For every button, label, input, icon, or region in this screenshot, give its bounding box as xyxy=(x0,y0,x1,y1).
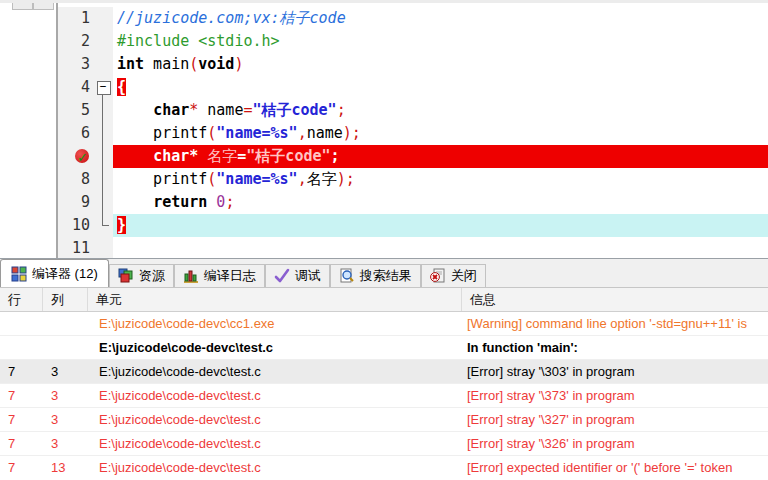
tab-debug[interactable]: 调试 xyxy=(265,264,330,287)
cell-col: 3 xyxy=(43,364,88,379)
column-header-col: 列 xyxy=(43,288,88,311)
cell-unit: E:\juzicode\code-devc\test.c xyxy=(88,340,462,355)
code-text[interactable]: printf("name=%s",name); xyxy=(113,122,768,145)
cell-msg: [Warning] command line option '-std=gnu+… xyxy=(462,316,768,331)
cell-col: 3 xyxy=(43,412,88,427)
tab-resources[interactable]: 资源 xyxy=(109,264,174,287)
cell-line: 7 xyxy=(0,412,43,427)
tab-label: 资源 xyxy=(139,267,165,285)
code-text[interactable]: { xyxy=(113,76,768,99)
fold-margin xyxy=(95,99,113,122)
code-text[interactable] xyxy=(113,237,768,258)
fold-margin xyxy=(95,237,113,258)
cell-unit: E:\juzicode\code-devc\test.c xyxy=(88,436,462,451)
tab-label: 搜索结果 xyxy=(360,267,412,285)
code-text[interactable]: //juzicode.com;vx:桔子code xyxy=(113,7,768,30)
cell-unit: E:\juzicode\code-devc\cc1.exe xyxy=(88,316,462,331)
project-tab-stub[interactable] xyxy=(12,3,33,10)
cell-msg: [Error] expected identifier or '(' befor… xyxy=(462,460,768,475)
tab-compiler[interactable]: 编译器 (12) xyxy=(0,259,109,287)
tab-label: 编译日志 xyxy=(204,267,256,285)
gutter-line-number[interactable]: 9 xyxy=(58,191,95,214)
gutter-line-number[interactable]: 3 xyxy=(58,53,95,76)
code-line-6[interactable]: 6 printf("name=%s",name); xyxy=(58,122,768,145)
fold-margin xyxy=(95,191,113,214)
search-doc-icon xyxy=(339,268,355,284)
gutter-line-number[interactable]: 10 xyxy=(58,214,95,237)
cell-msg: In function 'main': xyxy=(462,340,768,355)
result-row[interactable]: 73E:\juzicode\code-devc\test.c[Error] st… xyxy=(0,432,768,456)
fold-collapse-icon[interactable] xyxy=(95,76,113,99)
cell-line: 7 xyxy=(0,436,43,451)
result-row[interactable]: E:\juzicode\code-devc\cc1.exe[Warning] c… xyxy=(0,312,768,336)
close-doc-icon xyxy=(430,268,446,284)
fold-margin xyxy=(95,122,113,145)
code-text[interactable]: char* name="桔子code"; xyxy=(113,99,768,122)
gutter-line-number[interactable]: ✓ xyxy=(58,145,95,168)
code-line-4[interactable]: 4{ xyxy=(58,76,768,99)
result-row[interactable]: 713E:\juzicode\code-devc\test.c[Error] e… xyxy=(0,456,768,477)
code-editor[interactable]: 1//juzicode.com;vx:桔子code2#include <stdi… xyxy=(58,3,768,258)
gutter-line-number[interactable]: 1 xyxy=(58,7,95,30)
code-text[interactable]: return 0; xyxy=(113,191,768,214)
code-text[interactable]: #include <stdio.h> xyxy=(113,30,768,53)
fold-margin xyxy=(95,145,113,168)
code-text[interactable]: } xyxy=(113,214,768,237)
cell-col: 13 xyxy=(43,460,88,475)
tab-search-results[interactable]: 搜索结果 xyxy=(330,264,421,287)
fold-margin xyxy=(95,214,113,237)
gutter-line-number[interactable]: 11 xyxy=(58,237,95,258)
gutter-line-number[interactable]: 4 xyxy=(58,76,95,99)
cell-unit: E:\juzicode\code-devc\test.c xyxy=(88,364,462,379)
result-row[interactable]: 73E:\juzicode\code-devc\test.c[Error] st… xyxy=(0,408,768,432)
result-row[interactable]: 73E:\juzicode\code-devc\test.c[Error] st… xyxy=(0,384,768,408)
code-line-8[interactable]: 8 printf("name=%s",名字); xyxy=(58,168,768,191)
code-line-11[interactable]: 11 xyxy=(58,237,768,258)
resources-icon xyxy=(118,268,134,284)
gutter-line-number[interactable]: 8 xyxy=(58,168,95,191)
compiler-grid-icon xyxy=(11,266,27,282)
result-row[interactable]: 73E:\juzicode\code-devc\test.c[Error] st… xyxy=(0,360,768,384)
code-line-3[interactable]: 3int main(void) xyxy=(58,53,768,76)
code-line-2[interactable]: 2#include <stdio.h> xyxy=(58,30,768,53)
tab-compile-log[interactable]: 编译日志 xyxy=(174,264,265,287)
cell-col: 3 xyxy=(43,388,88,403)
code-text[interactable]: printf("name=%s",名字); xyxy=(113,168,768,191)
cell-msg: [Error] stray '\303' in program xyxy=(462,364,768,379)
results-table-header: 行 列 单元 信息 xyxy=(0,288,768,312)
tab-label: 编译器 (12) xyxy=(32,265,98,283)
cell-msg: [Error] stray '\327' in program xyxy=(462,412,768,427)
fold-margin xyxy=(95,168,113,191)
cell-col: 3 xyxy=(43,436,88,451)
project-browser-panel xyxy=(0,3,58,258)
main-window-top: 1//juzicode.com;vx:桔子code2#include <stdi… xyxy=(0,0,768,258)
gutter-line-number[interactable]: 5 xyxy=(58,99,95,122)
fold-margin xyxy=(95,7,113,30)
code-line-10[interactable]: 10} xyxy=(58,214,768,237)
cell-msg: [Error] stray '\373' in program xyxy=(462,388,768,403)
results-table: E:\juzicode\code-devc\cc1.exe[Warning] c… xyxy=(0,312,768,477)
cell-line: 7 xyxy=(0,388,43,403)
gutter-line-number[interactable]: 2 xyxy=(58,30,95,53)
code-line-7[interactable]: ✓ char* 名字="桔子code"; xyxy=(58,145,768,168)
classes-tab-stub[interactable] xyxy=(33,3,54,10)
code-text[interactable]: int main(void) xyxy=(113,53,768,76)
column-header-line: 行 xyxy=(0,288,43,311)
code-line-1[interactable]: 1//juzicode.com;vx:桔子code xyxy=(58,7,768,30)
cell-unit: E:\juzicode\code-devc\test.c xyxy=(88,460,462,475)
bar-chart-icon xyxy=(183,268,199,284)
cell-line: 7 xyxy=(0,364,43,379)
code-text[interactable]: char* 名字="桔子code"; xyxy=(113,145,768,168)
code-line-5[interactable]: 5 char* name="桔子code"; xyxy=(58,99,768,122)
result-row[interactable]: E:\juzicode\code-devc\test.cIn function … xyxy=(0,336,768,360)
cell-line: 7 xyxy=(0,460,43,475)
console-tab-strip: 编译器 (12)资源编译日志调试搜索结果关闭 xyxy=(0,259,768,288)
gutter-line-number[interactable]: 6 xyxy=(58,122,95,145)
tab-close[interactable]: 关闭 xyxy=(421,264,486,287)
code-line-9[interactable]: 9 return 0; xyxy=(58,191,768,214)
cell-unit: E:\juzicode\code-devc\test.c xyxy=(88,412,462,427)
column-header-message: 信息 xyxy=(462,288,768,311)
column-header-unit: 单元 xyxy=(88,288,462,311)
error-line-marker-icon: ✓ xyxy=(75,149,89,163)
fold-margin xyxy=(95,53,113,76)
